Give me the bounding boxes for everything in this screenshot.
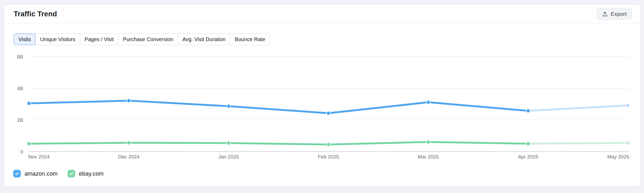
metric-tabs: VisitsUnique VisitorsPages / VisitPurcha… [14, 33, 270, 45]
traffic-trend-card: Traffic Trend Export VisitsUnique Visito… [4, 5, 640, 186]
tab-avg-visit-duration[interactable]: Avg. Visit Duration [178, 33, 230, 45]
export-button[interactable]: Export [597, 8, 632, 20]
legend-checkbox-amazon-com[interactable] [13, 170, 21, 177]
data-point-amazon.com[interactable] [426, 100, 430, 104]
legend-checkbox-ebay-com[interactable] [68, 170, 75, 177]
card-header: Traffic Trend Export [4, 5, 640, 23]
export-button-label: Export [611, 11, 627, 17]
legend-item-ebay-com[interactable]: ebay.com [68, 170, 104, 177]
data-point-ebay.com[interactable] [626, 141, 630, 145]
data-point-ebay.com[interactable] [526, 142, 530, 146]
tab-pages-visit[interactable]: Pages / Visit [80, 33, 119, 45]
tab-visits[interactable]: Visits [14, 33, 36, 45]
data-point-amazon.com[interactable] [27, 102, 31, 105]
check-icon [69, 171, 74, 176]
tab-unique-visitors[interactable]: Unique Visitors [35, 33, 80, 45]
page-title: Traffic Trend [14, 10, 57, 18]
data-point-amazon.com[interactable] [626, 103, 630, 108]
tab-purchase-conversion[interactable]: Purchase Conversion [118, 33, 178, 45]
legend-label: ebay.com [79, 170, 104, 177]
tab-bounce-rate[interactable]: Bounce Rate [230, 33, 270, 45]
data-point-ebay.com[interactable] [127, 141, 131, 145]
chart-legend: amazon.comebay.com [13, 170, 104, 177]
data-point-amazon.com[interactable] [526, 109, 530, 113]
data-point-ebay.com[interactable] [27, 142, 31, 146]
check-icon [15, 171, 19, 176]
data-point-amazon.com[interactable] [227, 104, 231, 108]
data-point-amazon.com[interactable] [127, 99, 131, 103]
data-point-ebay.com[interactable] [227, 141, 231, 145]
export-upload-icon [602, 11, 608, 17]
legend-item-amazon-com[interactable]: amazon.com [13, 170, 58, 177]
data-point-ebay.com[interactable] [326, 143, 330, 147]
legend-label: amazon.com [24, 170, 58, 177]
data-point-ebay.com[interactable] [426, 140, 430, 144]
data-point-amazon.com[interactable] [326, 111, 330, 115]
